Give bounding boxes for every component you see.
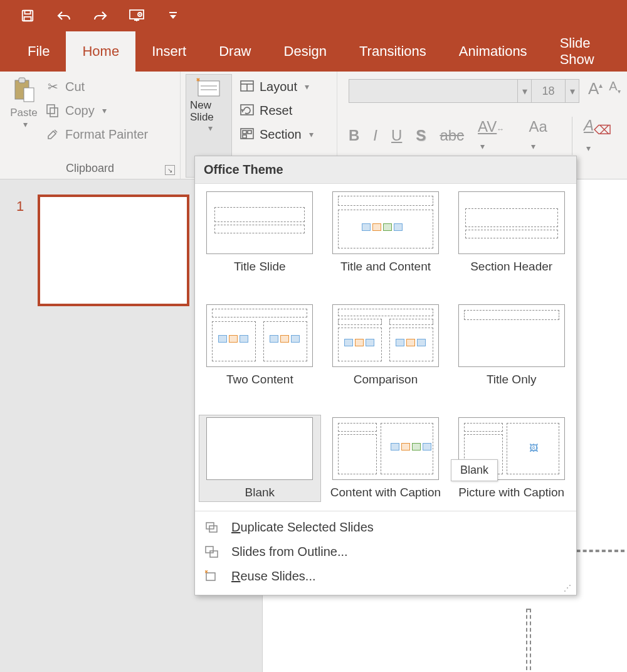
svg-rect-21 [243,135,246,138]
outline-icon [204,545,220,559]
picture-icon: 🖼 [529,443,538,453]
layout-title-slide[interactable]: Title Slide [199,189,321,277]
chevron-down-icon: ▾ [309,129,314,139]
undo-icon[interactable] [55,7,73,24]
layout-title-and-content[interactable]: Title and Content [325,189,447,277]
layout-section-header[interactable]: Section Header [450,189,572,277]
svg-rect-5 [169,12,177,13]
chevron-down-icon: ▾ [23,119,28,129]
save-icon[interactable] [19,7,36,24]
svg-rect-20 [248,131,251,134]
underline-button[interactable]: U [391,127,402,144]
paste-label: Paste [10,107,37,119]
resize-grip-icon[interactable]: ⋰ [564,584,572,592]
chevron-down-icon: ▾ [208,123,213,133]
gallery-header: Office Theme [195,156,576,184]
chevron-down-icon: ▾ [102,105,107,115]
quick-access-toolbar [0,0,627,31]
tab-slide-show[interactable]: Slide Show [544,31,611,72]
reuse-slides[interactable]: Reuse Slides... [195,564,576,589]
tab-file[interactable]: File [11,31,66,72]
copy-button[interactable]: Copy▾ [43,102,150,119]
duplicate-icon [204,521,220,535]
font-name-combo[interactable] [349,79,518,103]
paintbrush-icon [45,127,60,142]
start-from-beginning-icon[interactable] [128,7,145,24]
tab-design[interactable]: Design [268,31,343,72]
layout-comparison[interactable]: Comparison [325,302,447,390]
ribbon-tabs: File Home Insert Draw Design Transitions… [0,31,627,72]
layout-blank[interactable]: Blank [199,415,321,503]
svg-rect-24 [206,547,213,553]
tab-draw[interactable]: Draw [203,31,267,72]
svg-rect-11 [198,81,219,96]
layout-icon [240,79,255,94]
font-name-dropdown[interactable]: ▾ [518,79,532,103]
new-slide-label: New Slide [190,100,228,123]
duplicate-selected-slides[interactable]: Duplicate Selected Slides [195,515,576,540]
tab-home[interactable]: Home [66,31,135,72]
layout-two-content[interactable]: Two Content [199,302,321,390]
decrease-font-button[interactable]: A▾ [609,79,620,103]
italic-button[interactable]: I [373,127,377,144]
character-spacing-button[interactable]: AV↔ ▾ [478,118,515,153]
tab-insert[interactable]: Insert [135,31,203,72]
svg-rect-8 [24,88,34,102]
paste-button[interactable]: Paste ▾ [5,74,43,161]
cut-button[interactable]: ✂Cut [43,78,150,95]
svg-rect-9 [47,105,55,114]
clipboard-launcher-icon[interactable]: ↘ [165,165,175,175]
bold-button[interactable]: B [349,127,359,144]
copy-icon [45,103,60,118]
font-size-combo[interactable]: 18 [532,79,566,103]
tab-recording[interactable]: Record [611,31,627,72]
tooltip: Blank [451,459,498,481]
slides-from-outline[interactable]: Slides from Outline... [195,540,576,564]
layout-button[interactable]: Layout▾ [237,78,316,95]
svg-rect-19 [243,131,246,134]
svg-rect-1 [24,11,30,14]
customize-qat-icon[interactable] [164,7,182,24]
font-controls: ▾ 18 ▾ A▴ A▾ [349,79,622,103]
section-icon [240,127,255,142]
layout-title-only[interactable]: Title Only [450,302,572,390]
increase-font-button[interactable]: A▴ [588,79,603,103]
reset-icon [240,103,255,118]
clear-formatting-button[interactable]: A⌫ ▾ [572,117,622,155]
chevron-down-icon: ▾ [305,82,309,92]
svg-rect-10 [50,108,58,117]
slide-thumbnail-1[interactable] [38,195,189,306]
reuse-icon [204,570,220,584]
svg-rect-25 [210,551,218,557]
strikethrough-button[interactable]: abc [440,127,464,144]
font-size-dropdown[interactable]: ▾ [566,79,579,103]
slide-number: 1 [16,198,24,215]
change-case-button[interactable]: Aa ▾ [529,118,558,153]
new-slide-gallery: Office Theme Title Slide Title and Conte… [194,156,577,595]
redo-icon[interactable] [92,7,109,24]
section-button[interactable]: Section▾ [237,125,316,143]
tab-transitions[interactable]: Transitions [343,31,443,72]
clipboard-group-label: Clipboard [66,161,114,178]
text-shadow-button[interactable]: S [416,127,426,144]
layout-content-with-caption[interactable]: Content with Caption [325,415,447,503]
svg-rect-2 [24,17,31,21]
tab-animations[interactable]: Animations [443,31,544,72]
svg-rect-7 [19,78,25,83]
scissors-icon: ✂ [45,79,60,94]
layout-picture-with-caption[interactable]: 🖼 Picture with Caption [450,415,572,503]
svg-rect-26 [206,573,215,580]
reset-button[interactable]: Reset [237,102,316,119]
format-painter-button[interactable]: Format Painter [43,125,150,143]
